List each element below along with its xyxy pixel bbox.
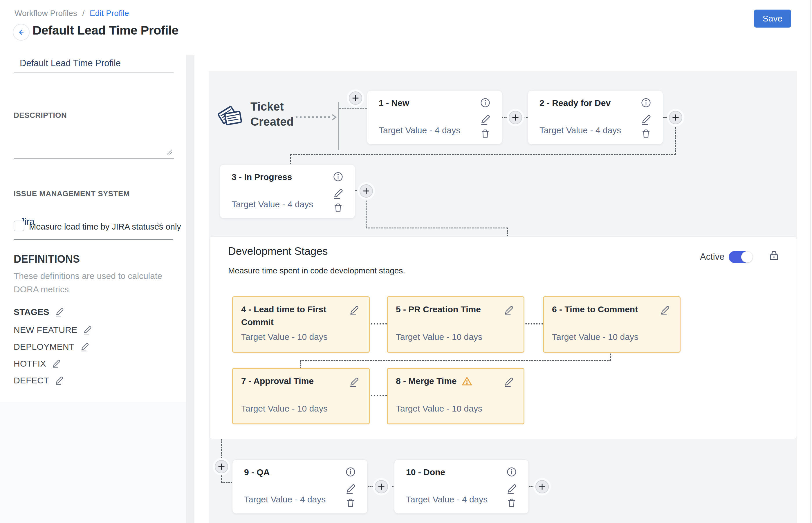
info-icon[interactable] (480, 97, 491, 109)
sidebar-item-label: NEW FEATURE (14, 325, 77, 335)
stage-card-new[interactable]: 1 - New Target Value - 4 days (367, 90, 502, 145)
jira-statuses-checkbox-label: Measure lead time by JIRA statuses only (29, 222, 181, 232)
edit-icon[interactable] (332, 188, 344, 199)
connector-line (338, 102, 339, 150)
trash-icon[interactable] (345, 497, 356, 508)
ticket-icon (216, 100, 248, 133)
info-icon[interactable] (506, 466, 518, 478)
flow-start-label: Ticket Created (250, 99, 303, 129)
active-toggle[interactable] (729, 251, 751, 263)
sidebar-item-label: DEFECT (14, 376, 49, 385)
jira-statuses-checkbox[interactable] (14, 221, 24, 231)
stage-card-done[interactable]: 10 - Done Target Value - 4 days (394, 459, 529, 514)
edit-icon[interactable] (640, 114, 652, 125)
trash-icon[interactable] (640, 128, 652, 139)
stage-title: 9 - QA (244, 467, 270, 477)
resize-handle-icon[interactable] (166, 149, 173, 155)
add-stage-button[interactable] (215, 460, 228, 473)
sidebar-item-label: STAGES (14, 307, 49, 317)
connector-line (290, 154, 675, 155)
connector-line (368, 323, 387, 324)
breadcrumb-separator: / (83, 9, 85, 18)
stage-card-in-progress[interactable]: 3 - In Progress Target Value - 4 days (220, 164, 355, 219)
edit-icon[interactable] (345, 483, 356, 494)
add-stage-button[interactable] (536, 480, 549, 493)
arrow-left-icon (17, 28, 25, 37)
edit-icon[interactable] (80, 342, 90, 352)
breadcrumb-root[interactable]: Workflow Profiles (15, 9, 77, 18)
warning-icon[interactable] (461, 375, 473, 387)
dev-stage-card-pr-creation-time[interactable]: 5 - PR Creation Time Target Value - 10 d… (387, 296, 524, 353)
stage-title: 3 - In Progress (232, 172, 292, 182)
description-textarea[interactable] (14, 125, 174, 159)
stage-title: 6 - Time to Comment (552, 303, 638, 316)
stage-target-value: Target Value - 4 days (379, 125, 460, 135)
page-scrollbar[interactable] (810, 0, 811, 523)
connector-line (221, 482, 232, 483)
connector-line (675, 125, 676, 155)
dev-stage-card-lead-time-to-first-commit[interactable]: 4 - Lead time to First Commit Target Val… (232, 296, 370, 353)
issue-management-system-label: ISSUE MANAGEMENT SYSTEM (14, 189, 130, 198)
stage-title: 8 - Merge Time (396, 375, 457, 387)
edit-icon[interactable] (506, 483, 518, 494)
connector-line (366, 228, 508, 229)
sidebar-item-hotfix: HOTFIX (14, 359, 61, 368)
info-icon[interactable] (640, 97, 652, 109)
connector-line (389, 486, 394, 487)
start-arrow-connector (295, 113, 339, 121)
edit-icon[interactable] (348, 305, 360, 316)
add-stage-button[interactable] (360, 184, 373, 198)
edit-icon[interactable] (503, 376, 514, 387)
connector-line (366, 198, 366, 228)
sidebar-item-defect: DEFECT (14, 376, 64, 385)
stage-target-value: Target Value - 10 days (396, 332, 482, 342)
stage-target-value: Target Value - 4 days (244, 494, 326, 504)
stage-target-value: Target Value - 10 days (552, 332, 638, 342)
dev-stage-card-time-to-comment[interactable]: 6 - Time to Comment Target Value - 10 da… (543, 296, 681, 353)
edit-icon[interactable] (348, 376, 360, 387)
page-title: Default Lead Time Profile (33, 23, 179, 37)
trash-icon[interactable] (332, 202, 344, 213)
info-icon[interactable] (332, 171, 344, 183)
lock-icon[interactable] (767, 249, 781, 262)
add-stage-button[interactable] (509, 111, 522, 124)
stage-target-value: Target Value - 10 days (396, 404, 482, 414)
info-icon[interactable] (345, 466, 356, 478)
dev-stage-card-merge-time[interactable]: 8 - Merge Time Target Value - 10 days (387, 368, 524, 424)
add-stage-button[interactable] (349, 91, 362, 105)
edit-icon[interactable] (51, 359, 61, 368)
sidebar-item-label: DEPLOYMENT (14, 342, 75, 352)
sidebar-item-new-feature: NEW FEATURE (14, 325, 92, 335)
connector-line (663, 117, 669, 118)
trash-icon[interactable] (506, 497, 518, 508)
stage-card-ready-for-dev[interactable]: 2 - Ready for Dev Target Value - 4 days (528, 90, 663, 145)
definitions-description: These definitions are used to calculate … (14, 269, 167, 296)
back-button[interactable] (13, 24, 30, 41)
edit-icon[interactable] (503, 305, 514, 316)
edit-icon[interactable] (54, 376, 64, 385)
edit-icon[interactable] (660, 305, 670, 316)
connector-line (529, 486, 535, 487)
workflow-canvas: Ticket Created 1 - New Targe (209, 71, 797, 523)
description-label: DESCRIPTION (14, 111, 67, 120)
development-stages-panel: Development Stages Measure time spent in… (209, 236, 797, 439)
stage-title: 7 - Approval Time (241, 375, 314, 387)
save-button[interactable]: Save (754, 10, 791, 28)
connector-line (368, 395, 387, 396)
trash-icon[interactable] (480, 128, 491, 139)
edit-icon[interactable] (83, 325, 92, 335)
active-toggle-label: Active (700, 252, 724, 262)
dev-stage-card-approval-time[interactable]: 7 - Approval Time Target Value - 10 days (232, 368, 370, 424)
profile-name-input[interactable] (14, 58, 174, 73)
stage-card-qa[interactable]: 9 - QA Target Value - 4 days (232, 459, 368, 514)
connector-line (300, 360, 301, 368)
edit-icon[interactable] (55, 307, 65, 317)
sidebar-item-label: HOTFIX (14, 359, 46, 368)
sidebar-divider (186, 55, 195, 523)
add-stage-button[interactable] (375, 480, 388, 493)
connector-line (523, 323, 543, 324)
connector-line (523, 117, 528, 118)
edit-icon[interactable] (480, 114, 491, 125)
breadcrumb-current[interactable]: Edit Profile (90, 9, 129, 18)
add-stage-button[interactable] (669, 111, 682, 124)
